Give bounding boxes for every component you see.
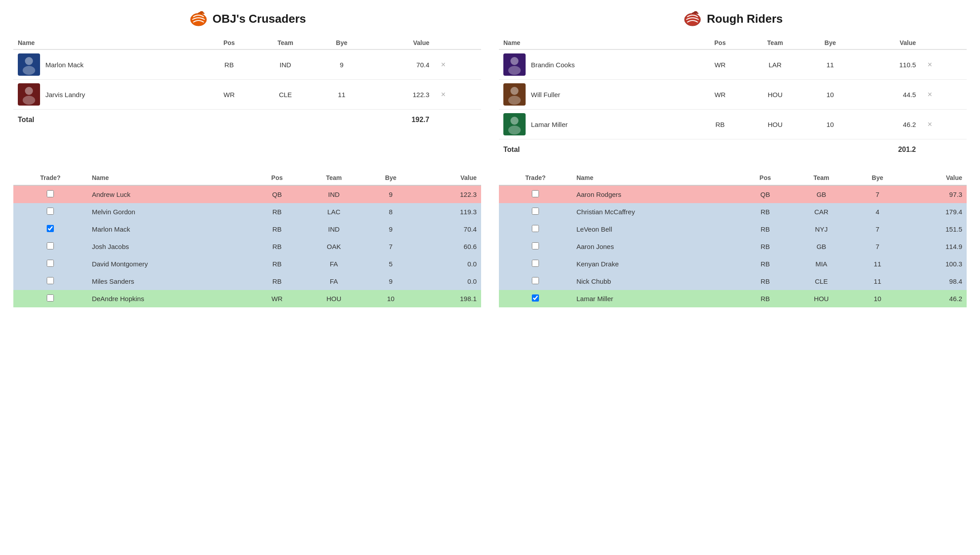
trade-player-value: 114.9 (903, 238, 967, 255)
col-bye-obj: Bye (316, 37, 367, 49)
trade-player-value: 100.3 (903, 255, 967, 273)
remove-button[interactable]: × (925, 89, 935, 100)
trade-player-value: 0.0 (417, 255, 481, 273)
trade-checkbox-cell[interactable] (499, 185, 572, 203)
trade-checkbox[interactable] (532, 242, 539, 249)
trade-checkbox[interactable] (47, 260, 54, 267)
trade-checkbox-cell[interactable] (499, 255, 572, 273)
roster-obj-table: Name Pos Team Bye Value (13, 37, 481, 127)
player-name: Brandin Cooks (531, 61, 575, 69)
trade-checkbox-cell[interactable] (13, 273, 87, 290)
trade-player-pos: RB (740, 220, 791, 238)
player-bye: 11 (316, 80, 367, 110)
col-value-rr: Value (855, 37, 920, 49)
remove-button[interactable]: × (925, 119, 935, 130)
trade-player-team: CAR (790, 203, 852, 220)
svg-point-10 (510, 57, 518, 65)
remove-cell[interactable]: × (920, 80, 967, 110)
svg-point-13 (508, 96, 521, 105)
trade-checkbox[interactable] (532, 190, 539, 197)
trade-checkbox-cell[interactable] (13, 185, 87, 203)
player-value: 122.3 (367, 80, 434, 110)
trade-player-team: GB (790, 185, 852, 203)
trade-checkbox[interactable] (47, 242, 54, 249)
trade-player-pos: QB (251, 185, 303, 203)
trade-player-pos: RB (740, 255, 791, 273)
trade-rr: Trade? Name Pos Team Bye Value Aaron Rod… (499, 171, 967, 307)
trade-player-bye: 9 (365, 220, 416, 238)
trade-checkbox-cell[interactable] (499, 220, 572, 238)
trade-player-value: 119.3 (417, 203, 481, 220)
player-bye: 10 (806, 80, 855, 110)
remove-cell[interactable]: × (920, 110, 967, 139)
table-row: David Montgomery RB FA 5 0.0 (13, 255, 481, 273)
trade-player-team: MIA (790, 255, 852, 273)
trade-player-value: 0.0 (417, 273, 481, 290)
trade-player-name: Andrew Luck (87, 185, 251, 203)
remove-cell[interactable]: × (920, 49, 967, 80)
trade-col-name-obj: Name (87, 171, 251, 185)
trade-player-name: DeAndre Hopkins (87, 290, 251, 307)
player-value: 44.5 (855, 80, 920, 110)
avatar (18, 83, 40, 106)
trade-checkbox[interactable] (47, 225, 54, 232)
trade-checkbox-cell[interactable] (499, 203, 572, 220)
trade-checkbox[interactable] (532, 260, 539, 267)
trade-player-bye: 9 (365, 273, 416, 290)
table-row: DeAndre Hopkins WR HOU 10 198.1 (13, 290, 481, 307)
trade-player-bye: 4 (852, 203, 903, 220)
remove-cell[interactable]: × (434, 80, 481, 110)
trade-checkbox[interactable] (47, 208, 54, 215)
trade-col-value-obj: Value (417, 171, 481, 185)
trade-checkbox[interactable] (532, 294, 539, 302)
trade-checkbox-cell[interactable] (13, 203, 87, 220)
trade-checkbox[interactable] (532, 277, 539, 284)
trade-checkbox-cell[interactable] (13, 220, 87, 238)
player-team: HOU (745, 80, 806, 110)
remove-button[interactable]: × (438, 89, 449, 100)
team-obj-header: OBJ's Crusaders (13, 9, 481, 29)
trade-player-value: 46.2 (903, 290, 967, 307)
table-row: Lamar Miller RB HOU 10 46.2 (499, 290, 967, 307)
trade-rr-table: Trade? Name Pos Team Bye Value Aaron Rod… (499, 171, 967, 307)
trade-player-name: LeVeon Bell (572, 220, 740, 238)
remove-cell[interactable]: × (434, 49, 481, 80)
player-name-cell: Marlon Mack (13, 49, 204, 80)
svg-point-2 (200, 11, 203, 14)
table-row: Marlon Mack RB IND 9 70.4 (13, 220, 481, 238)
total-label: Total (13, 110, 367, 128)
trade-player-bye: 9 (365, 185, 416, 203)
total-row: Total 192.7 (13, 110, 481, 128)
trade-player-name: Melvin Gordon (87, 203, 251, 220)
trade-checkbox[interactable] (532, 225, 539, 232)
avatar (503, 113, 526, 135)
table-row: Miles Sanders RB FA 9 0.0 (13, 273, 481, 290)
trade-checkbox[interactable] (47, 277, 54, 284)
trade-checkbox[interactable] (532, 208, 539, 215)
trade-col-team-rr: Team (790, 171, 852, 185)
trade-checkbox[interactable] (47, 190, 54, 197)
player-bye: 9 (316, 49, 367, 80)
player-team: CLE (255, 80, 316, 110)
trade-player-value: 122.3 (417, 185, 481, 203)
table-row: Jarvis Landry WR CLE 11 122.3 × (13, 80, 481, 110)
trade-player-bye: 10 (852, 290, 903, 307)
trade-checkbox-cell[interactable] (13, 290, 87, 307)
trade-checkbox-cell[interactable] (13, 255, 87, 273)
trade-checkbox-cell[interactable] (499, 290, 572, 307)
trade-player-pos: RB (251, 273, 303, 290)
trade-checkbox-cell[interactable] (499, 273, 572, 290)
svg-point-4 (23, 66, 35, 75)
trade-checkbox[interactable] (47, 294, 54, 302)
remove-button[interactable]: × (438, 59, 449, 70)
trade-checkbox-cell[interactable] (499, 238, 572, 255)
svg-point-5 (25, 87, 33, 95)
trade-player-name: Marlon Mack (87, 220, 251, 238)
trade-checkbox-cell[interactable] (13, 238, 87, 255)
svg-point-14 (510, 117, 518, 125)
trade-player-name: Kenyan Drake (572, 255, 740, 273)
table-row: Kenyan Drake RB MIA 11 100.3 (499, 255, 967, 273)
remove-button[interactable]: × (925, 59, 935, 70)
trade-player-bye: 10 (365, 290, 416, 307)
trade-player-team: NYJ (790, 220, 852, 238)
